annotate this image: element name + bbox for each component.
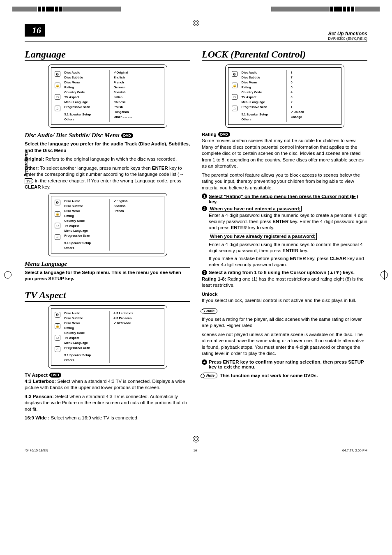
crosshair-right (380, 271, 388, 279)
dvd-badge: DVD (121, 133, 133, 138)
tv-icon: ▭ (232, 94, 238, 100)
osd-panel-language: ◐ 🔒 ▭ ♫ Disc Audio Disc Subtitle Disc Me… (48, 64, 167, 128)
side-tab: Preparations (24, 152, 28, 177)
osd-panel-language-selected: ◐ 🔒 ▭ ♫ Disc Audio Disc Subtitle Disc Me… (48, 193, 167, 256)
menu-language-text: Select a language for the Setup menu. Th… (25, 269, 190, 282)
note-icon: Note (202, 308, 217, 314)
globe-icon: ◐ (55, 200, 60, 205)
note-text-1b: scenes are not played unless an alternat… (202, 332, 367, 357)
speaker-icon: ♫ (55, 346, 60, 352)
osd-panel-tvaspect: ◐ 🔒 ▭ ♫ Disc Audio Disc Subtitle Disc Me… (48, 305, 167, 368)
heading-tv-aspect-sub: TV Aspect DVD (25, 373, 190, 378)
registration-mark-top (193, 20, 199, 26)
speaker-icon: ♫ (55, 106, 60, 111)
note-icon: Note (202, 373, 217, 378)
lock-icon: 🔒 (55, 211, 60, 217)
footer-left: *5476/15-19/EN (25, 449, 48, 452)
lock-icon: 🔒 (55, 83, 60, 88)
globe-icon: ◐ (232, 71, 238, 77)
lock-icon: 🔒 (55, 323, 60, 329)
crop-marks-top (0, 0, 392, 12)
unlock-text: If you select unlock, parental control i… (202, 297, 367, 304)
rating-1-8: Rating 1-8: Rating one (1) has the most … (202, 276, 367, 289)
footer-center: 16 (194, 449, 197, 452)
note-text-2: This function may not work for some DVDs… (220, 373, 318, 378)
panscan-desc: 4:3 Panscan: Select when a standard 4:3 … (25, 394, 190, 413)
heading-disc-audio: Disc Audio/ Disc Subtitle/ Disc Menu DVD (25, 132, 190, 139)
rating-p1: Some movies contain scenes that may not … (202, 138, 367, 170)
heading-tv-aspect: TV Aspect (25, 290, 190, 302)
lock-icon: 🔒 (232, 83, 238, 88)
heading-menu-language: Menu Language (25, 260, 190, 268)
dvd-badge: DVD (49, 373, 61, 378)
globe-icon: ◐ (55, 71, 60, 77)
osd-panel-rating: ◐ 🔒 ▭ ♫ Disc Audio Disc Subtitle Disc Me… (225, 64, 344, 128)
disc-instruction: Select the language you prefer for the a… (25, 141, 190, 154)
heading-language: Language (25, 49, 190, 61)
heading-lock: LOCK (Parental Control) (202, 49, 367, 61)
crosshair-left (4, 271, 12, 279)
step-2-desc-c: If you make a mistake before pressing EN… (209, 256, 367, 268)
note-text-1: If you set a rating for the player, all … (202, 316, 367, 329)
page-number: 16 (25, 24, 45, 37)
original-desc: Original: Refers to the original languag… (25, 156, 190, 163)
unlock-label: Unlock (202, 291, 367, 298)
section-header: Set Up functions (328, 31, 367, 37)
step-2-box-b: When you have already registered a passw… (209, 233, 367, 240)
footer-right: 04.7.27, 2:05 PM (342, 449, 367, 452)
step-4: 4 Press ENTER key to confirm your rating… (202, 359, 367, 369)
step-1: 1 Select "Rating" on the setup menu then… (202, 193, 367, 204)
step-2: 2 When you have not entered a password; (202, 206, 367, 212)
globe-icon: ◐ (55, 312, 60, 318)
step-2-desc-a: Enter a 4-digit password using the numer… (209, 212, 367, 231)
wide-desc: 16:9 Wide : Select when a 16:9 wide TV i… (25, 415, 190, 421)
model-id: DVR-6300 (EN/K,P,E,X) (328, 37, 367, 41)
tv-icon: ▭ (55, 223, 60, 228)
dvd-badge: DVD (218, 132, 230, 137)
speaker-icon: ♫ (55, 234, 60, 240)
speaker-icon: ♫ (232, 106, 238, 111)
other-desc: Other: To select another language, press… (25, 165, 190, 191)
registration-mark-bottom (193, 436, 199, 442)
footer: *5476/15-19/EN 16 04.7.27, 2:05 PM (0, 449, 392, 452)
letterbox-desc: 4:3 Letterbox: Select when a standard 4:… (25, 378, 190, 391)
tv-icon: ▭ (55, 335, 60, 341)
step-2-desc-b: Enter a 4-digit password using the numer… (209, 242, 367, 254)
rating-p2: The parental control feature allows you … (202, 172, 367, 191)
tv-icon: ▭ (55, 94, 60, 100)
heading-rating: Rating DVD (202, 132, 367, 137)
step-3: 3 Select a rating from 1 to 8 using the … (202, 270, 367, 275)
